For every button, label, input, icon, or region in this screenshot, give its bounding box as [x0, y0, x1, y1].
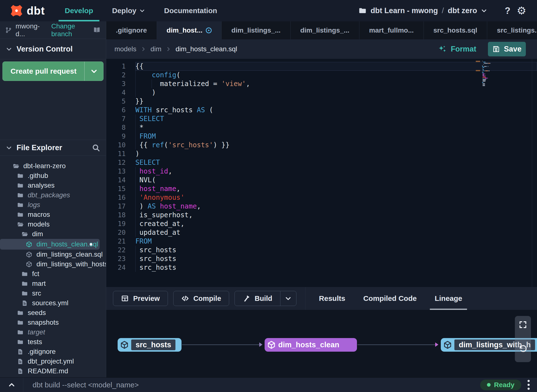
code-line: 15 host_name,	[106, 184, 537, 193]
tree-folder-mart[interactable]: mart	[0, 279, 106, 288]
preview-button[interactable]: Preview	[113, 291, 168, 306]
minimap-line	[482, 77, 504, 78]
nav-item-develop[interactable]: Develop	[59, 0, 100, 21]
tab-dim-host[interactable]: dim_host...	[157, 21, 222, 39]
file-explorer-title: File Explorer	[17, 143, 62, 152]
panel-tab-results[interactable]: Results	[319, 287, 345, 310]
nav-item-deploy[interactable]: Deploy	[106, 0, 151, 21]
code-token	[135, 132, 139, 140]
folder-icon	[17, 339, 24, 345]
tab-dim-listings[interactable]: dim_listings_...	[222, 21, 290, 39]
book-icon[interactable]	[93, 26, 101, 34]
code-token: {{	[135, 62, 144, 70]
help-icon[interactable]: ?	[505, 6, 510, 16]
tree-folder-src[interactable]: src	[0, 288, 106, 298]
tree-file-dim-listings-clean-sql[interactable]: dim_listings_clean.sql	[0, 250, 106, 259]
line-number: 21	[106, 237, 126, 246]
create-pull-request-label[interactable]: Create pull request	[3, 62, 84, 81]
tree-file-dim-hosts-clean-sql[interactable]: dim_hosts_clean.sql	[0, 239, 100, 250]
tree-folder-tests[interactable]: tests	[0, 337, 106, 347]
minimap-line	[482, 63, 504, 64]
line-number: 18	[106, 211, 126, 219]
tree-folder-seeds[interactable]: seeds	[0, 308, 106, 318]
build-button[interactable]: Build	[235, 291, 280, 306]
search-icon[interactable]	[92, 144, 100, 152]
build-dropdown-button[interactable]	[280, 291, 296, 306]
tree-folder-github[interactable]: .github	[0, 171, 106, 181]
create-pull-request-caret[interactable]	[84, 62, 103, 81]
minimap-line	[482, 79, 504, 80]
folder-icon	[21, 290, 28, 297]
tree-folder-dbt-learn-zero[interactable]: dbt-learn-zero	[0, 161, 106, 171]
create-pull-request-button[interactable]: Create pull request	[2, 61, 104, 81]
version-control-header[interactable]: Version Control	[0, 39, 106, 59]
command-input[interactable]: dbt build --select <model_name>	[33, 381, 480, 389]
tree-folder-fct[interactable]: fct	[0, 269, 106, 279]
fullscreen-button[interactable]	[515, 316, 531, 333]
gear-icon[interactable]: ⚙	[517, 5, 526, 16]
tree-file-dim-listings-with-hosts[interactable]: dim_listings_with_hosts...	[0, 259, 106, 269]
minimap[interactable]	[482, 61, 504, 86]
indent-guide-icon	[135, 176, 136, 184]
line-number: 24	[106, 263, 126, 272]
cube-icon	[267, 340, 276, 349]
project-switcher[interactable]: dbt Learn - mwong / dbt zero	[358, 6, 487, 15]
format-button[interactable]: Format	[438, 45, 476, 53]
tab-mart-fullmo[interactable]: mart_fullmo...	[359, 21, 424, 39]
line-number: 7	[106, 114, 126, 123]
tree-folder-snapshots[interactable]: snapshots	[0, 318, 106, 327]
tree-item-label: logs	[28, 201, 40, 209]
indent-guide-icon	[135, 184, 136, 193]
lineage-node-src-hosts[interactable]: src_hosts	[118, 338, 182, 352]
tree-file-dbt-project-yml[interactable]: dbt_project.yml	[0, 357, 106, 366]
code-editor[interactable]: 1{{2 config(3 materialized = 'view',4 )5…	[106, 59, 537, 287]
change-branch-link[interactable]: Change branch	[51, 22, 89, 38]
save-button[interactable]: Save	[488, 42, 526, 56]
dbt-logo[interactable]: dbt	[10, 4, 45, 17]
code-token	[135, 167, 139, 175]
tree-folder-logs[interactable]: logs	[0, 200, 106, 210]
compile-button[interactable]: Compile	[173, 291, 229, 306]
editor-header: modelsdimdim_hosts_clean.sql Format Save	[106, 39, 537, 59]
tab-dim-listings[interactable]: dim_listings_...	[291, 21, 359, 39]
tree-folder-models[interactable]: models	[0, 219, 106, 229]
toolbar-divider	[305, 287, 305, 310]
tree-folder-macros[interactable]: macros	[0, 210, 106, 219]
indent-guide-icon	[135, 79, 136, 88]
folder-icon	[17, 310, 24, 316]
panel-tab-compiled-code[interactable]: Compiled Code	[363, 287, 417, 310]
cube-icon	[443, 340, 452, 349]
lineage-node-dim-hosts-clean[interactable]: dim_hosts_clean	[265, 338, 357, 352]
code-text: FROM	[135, 132, 537, 141]
folder-open-icon	[12, 163, 20, 169]
branch-name: mwong-d...	[16, 22, 43, 38]
tree-folder-dim[interactable]: dim	[0, 229, 106, 239]
doc-icon	[17, 358, 24, 365]
folder-icon	[21, 271, 28, 277]
tree-file-readme-md[interactable]: README.md	[0, 366, 106, 376]
nav-item-documentation[interactable]: Documentation	[158, 0, 223, 21]
minimap-line	[482, 84, 504, 85]
file-explorer-header[interactable]: File Explorer	[0, 140, 106, 156]
tree-item-label: dim_listings_with_hosts...	[36, 260, 106, 268]
tree-folder-analyses[interactable]: analyses	[0, 181, 106, 190]
tree-folder-dbt-packages[interactable]: dbt_packages	[0, 190, 106, 200]
tab-src-hosts-sql[interactable]: src_hosts.sql	[424, 21, 487, 39]
code-text: materialized = 'view',	[135, 79, 537, 88]
expand-command-bar-button[interactable]	[0, 378, 23, 392]
tree-folder-target[interactable]: target	[0, 327, 106, 337]
refresh-button[interactable]	[515, 340, 531, 358]
folder-icon	[17, 202, 24, 208]
save-label: Save	[504, 45, 521, 53]
bottom-toolbar: PreviewCompileBuild ResultsCompiled Code…	[106, 287, 537, 310]
panel-tab-lineage[interactable]: Lineage	[435, 287, 462, 310]
tab-gitignore[interactable]: .gitignore	[106, 21, 157, 39]
tree-file-gitignore[interactable]: .gitignore	[0, 347, 106, 357]
tree-file-sources-yml[interactable]: sources.yml	[0, 298, 106, 308]
kebab-menu-icon[interactable]	[528, 380, 530, 390]
tab-src-listings[interactable]: src_listings.	[487, 21, 537, 39]
button-label: Build	[255, 295, 272, 303]
code-line: 8 *	[106, 123, 537, 132]
code-text: created_at,	[135, 219, 537, 228]
folder-icon	[21, 280, 28, 287]
